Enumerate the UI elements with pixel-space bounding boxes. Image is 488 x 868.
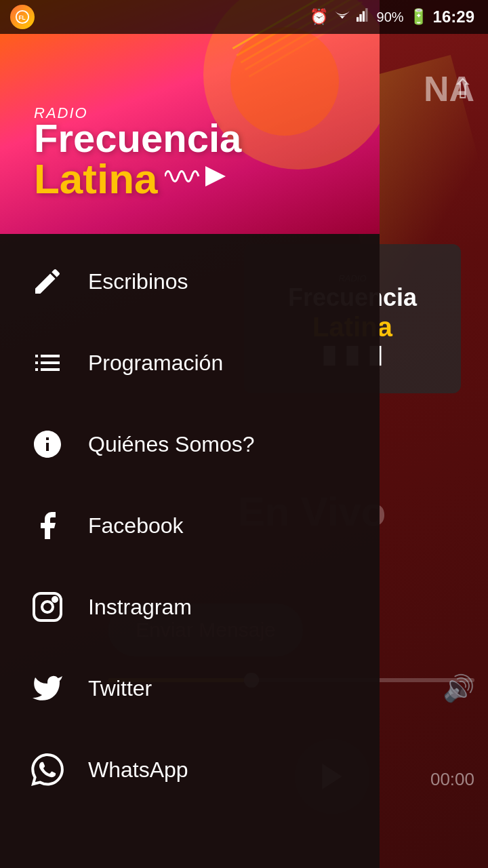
drawer-header: RADIO Frecuencia Latina bbox=[0, 0, 380, 234]
menu-item-whatsapp[interactable]: WhatsApp bbox=[0, 729, 380, 810]
signal-icon bbox=[357, 8, 371, 26]
menu-item-programacion[interactable]: Programación bbox=[0, 322, 380, 403]
menu-item-facebook[interactable]: Facebook bbox=[0, 485, 380, 566]
whatsapp-icon bbox=[27, 749, 68, 790]
svg-text:FL: FL bbox=[19, 15, 26, 21]
instagram-icon bbox=[27, 587, 68, 627]
twitter-icon bbox=[27, 668, 68, 709]
menu-item-escribinos[interactable]: Escribinos bbox=[0, 241, 380, 322]
status-time: 16:29 bbox=[433, 7, 474, 26]
svg-rect-4 bbox=[359, 14, 361, 22]
bg-volume-icon[interactable]: 🔊 bbox=[443, 673, 474, 703]
menu-item-instagram[interactable]: Instragram bbox=[0, 566, 380, 648]
menu-label-instagram: Instragram bbox=[88, 595, 192, 620]
status-bar: FL ⏰ 90% 🔋 16:29 bbox=[0, 0, 488, 34]
status-bar-left: FL bbox=[10, 5, 35, 29]
wifi-icon bbox=[333, 8, 351, 26]
status-bar-right: ⏰ 90% 🔋 16:29 bbox=[310, 7, 474, 26]
list-icon bbox=[27, 342, 68, 383]
drawer-menu: Escribinos Programación Quiénes Somos? bbox=[0, 234, 380, 868]
menu-label-whatsapp: WhatsApp bbox=[88, 757, 188, 783]
bg-share-icon[interactable]: ⇧ bbox=[451, 73, 474, 104]
pencil-icon bbox=[27, 261, 68, 302]
svg-point-10 bbox=[53, 597, 57, 601]
logo-container: RADIO Frecuencia Latina bbox=[34, 104, 241, 200]
info-icon bbox=[27, 424, 68, 465]
menu-item-quienes[interactable]: Quiénes Somos? bbox=[0, 403, 380, 485]
svg-point-9 bbox=[42, 601, 53, 612]
navigation-drawer: RADIO Frecuencia Latina Escribi bbox=[0, 0, 380, 868]
menu-label-programacion: Programación bbox=[88, 351, 223, 376]
svg-rect-3 bbox=[357, 17, 359, 22]
facebook-icon bbox=[27, 505, 68, 546]
menu-label-quienes: Quiénes Somos? bbox=[88, 432, 254, 457]
logo-wave-icon bbox=[165, 163, 226, 196]
battery-percentage: 90% bbox=[377, 9, 404, 25]
menu-label-escribinos: Escribinos bbox=[88, 269, 188, 294]
svg-rect-5 bbox=[362, 12, 364, 22]
logo-latina: Latina bbox=[34, 158, 158, 200]
menu-label-twitter: Twitter bbox=[88, 676, 152, 701]
battery-icon: 🔋 bbox=[409, 8, 428, 26]
logo-frecuencia: Frecuencia bbox=[34, 119, 241, 158]
clock-icon: ⏰ bbox=[310, 8, 328, 26]
menu-label-facebook: Facebook bbox=[88, 513, 184, 538]
bg-timecode: 00:00 bbox=[430, 769, 474, 790]
menu-item-twitter[interactable]: Twitter bbox=[0, 648, 380, 729]
app-icon: FL bbox=[10, 5, 35, 29]
svg-marker-7 bbox=[205, 166, 226, 186]
svg-rect-6 bbox=[365, 8, 367, 22]
